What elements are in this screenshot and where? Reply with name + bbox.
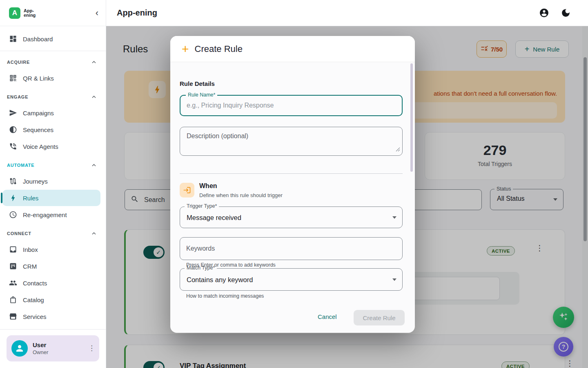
kanban-icon bbox=[9, 262, 17, 270]
when-heading: When bbox=[199, 182, 217, 190]
sidebar-item-label: CRM bbox=[23, 263, 37, 270]
sidebar-item-voice-agents[interactable]: Voice Agents bbox=[2, 138, 100, 155]
voice-icon bbox=[9, 142, 17, 150]
chevron-down-icon bbox=[392, 278, 396, 281]
store-icon bbox=[9, 312, 17, 321]
user-card[interactable]: User Owner ⋮ bbox=[7, 335, 99, 361]
trigger-login-icon bbox=[180, 183, 194, 197]
sidebar-item-catalog[interactable]: Catalog bbox=[2, 292, 100, 308]
brand-line2: ening bbox=[24, 13, 36, 18]
sidebar-header: A App- ening ‹ bbox=[0, 0, 106, 26]
app-screen: A App- ening ‹ DashboardACQUIREQR & Link… bbox=[0, 0, 588, 368]
chevron-up-icon bbox=[90, 93, 98, 101]
bolt-icon bbox=[9, 194, 17, 202]
sidebar-item-label: Re-engagement bbox=[23, 211, 67, 218]
keywords-input[interactable] bbox=[186, 238, 390, 260]
sidebar-item-crm[interactable]: CRM bbox=[2, 258, 100, 274]
sidebar-item-journeys[interactable]: Journeys bbox=[2, 173, 100, 189]
trigger-type-label: Trigger Type* bbox=[185, 203, 219, 209]
create-rule-modal: + Create Rule Rule Details Rule Name* De… bbox=[170, 36, 415, 333]
sidebar-item-label: Sequences bbox=[23, 126, 53, 133]
match-type-helper-text: How to match incoming messages bbox=[186, 293, 264, 299]
clock-icon bbox=[9, 211, 17, 219]
dark-mode-icon[interactable] bbox=[561, 8, 571, 18]
sidebar-item-dashboard[interactable]: Dashboard bbox=[2, 31, 100, 47]
sidebar-footer: User Owner ⋮ bbox=[0, 329, 106, 368]
app-logo: A bbox=[9, 7, 20, 19]
sidebar-section-engage[interactable]: ENGAGE bbox=[0, 90, 106, 104]
sidebar-item-qr-links[interactable]: QR & Links bbox=[2, 70, 100, 86]
sidebar-section-automate[interactable]: AUTOMATE bbox=[0, 158, 106, 173]
qr-icon bbox=[9, 74, 17, 82]
trigger-type-value: Message received bbox=[187, 213, 241, 221]
sidebar-section-acquire[interactable]: ACQUIRE bbox=[0, 55, 106, 70]
bag-icon bbox=[9, 296, 17, 304]
keywords-helper-text: Press Enter or comma to add keywords bbox=[186, 262, 276, 268]
user-name: User bbox=[33, 341, 48, 348]
sidebar-item-label: Catalog bbox=[23, 296, 44, 303]
match-type-value: Contains any keyword bbox=[187, 276, 253, 283]
brand-line1: App- bbox=[24, 9, 36, 13]
sidebar-item-label: Campaigns bbox=[23, 110, 54, 117]
user-role: Owner bbox=[33, 349, 48, 355]
dashboard-icon bbox=[9, 35, 17, 43]
trigger-type-select[interactable]: Trigger Type* Message received bbox=[180, 206, 403, 228]
sequences-icon bbox=[9, 126, 17, 134]
sidebar-item-campaigns[interactable]: Campaigns bbox=[2, 105, 100, 121]
match-type-select[interactable]: Match Type* Contains any keyword bbox=[180, 268, 403, 291]
sidebar-item-sequences[interactable]: Sequences bbox=[2, 121, 100, 138]
sidebar: A App- ening ‹ DashboardACQUIREQR & Link… bbox=[0, 0, 106, 368]
people-icon bbox=[9, 279, 17, 287]
description-label: Description (optional) bbox=[187, 132, 248, 140]
user-menu-icon[interactable]: ⋮ bbox=[88, 346, 95, 351]
sidebar-item-label: Contacts bbox=[23, 280, 47, 287]
inbox-icon bbox=[9, 245, 17, 254]
cancel-button[interactable]: Cancel bbox=[318, 313, 337, 320]
sidebar-item-label: Inbox bbox=[23, 246, 38, 253]
when-subtitle: Define when this rule should trigger bbox=[199, 192, 283, 198]
login-icon bbox=[183, 186, 191, 194]
sidebar-item-contacts[interactable]: Contacts bbox=[2, 275, 100, 291]
sidebar-item-label: Services bbox=[23, 313, 47, 320]
keywords-field[interactable] bbox=[180, 237, 403, 260]
chevron-up-icon bbox=[90, 230, 98, 237]
chevron-down-icon bbox=[392, 216, 396, 219]
rule-name-field[interactable]: Rule Name* bbox=[180, 95, 403, 116]
rule-details-heading: Rule Details bbox=[180, 80, 215, 87]
sidebar-nav: DashboardACQUIREQR & LinksENGAGECampaign… bbox=[0, 26, 106, 341]
sidebar-section-label: ACQUIRE bbox=[7, 60, 30, 65]
description-field[interactable]: Description (optional) bbox=[180, 127, 403, 156]
user-avatar-icon bbox=[11, 340, 28, 357]
user-meta: User Owner bbox=[33, 341, 48, 355]
account-icon[interactable] bbox=[539, 8, 549, 18]
sidebar-section-label: CONNECT bbox=[7, 231, 31, 236]
section-divider bbox=[180, 173, 403, 174]
sidebar-item-services[interactable]: Services bbox=[2, 308, 100, 325]
create-rule-button[interactable]: Create Rule bbox=[354, 310, 405, 325]
sidebar-item-re-engagement[interactable]: Re-engagement bbox=[2, 206, 100, 223]
route-icon bbox=[9, 177, 17, 185]
sidebar-item-label: QR & Links bbox=[23, 75, 54, 82]
topbar: App-ening bbox=[106, 0, 588, 26]
send-icon bbox=[9, 109, 17, 117]
sidebar-item-inbox[interactable]: Inbox bbox=[2, 241, 100, 258]
app-title: App-ening bbox=[117, 8, 157, 18]
resize-handle-icon[interactable] bbox=[396, 146, 400, 153]
chevron-up-icon bbox=[90, 162, 98, 169]
sidebar-item-label: Dashboard bbox=[23, 36, 53, 43]
plus-icon: + bbox=[182, 43, 189, 55]
rule-name-input[interactable] bbox=[187, 96, 395, 115]
modal-title: Create Rule bbox=[195, 44, 243, 54]
sidebar-section-label: AUTOMATE bbox=[7, 163, 34, 168]
sidebar-item-label: Journeys bbox=[23, 178, 48, 185]
sidebar-section-connect[interactable]: CONNECT bbox=[0, 226, 106, 241]
modal-body: Rule Details Rule Name* Description (opt… bbox=[170, 62, 415, 333]
sidebar-collapse-icon[interactable]: ‹ bbox=[96, 9, 98, 17]
brand-name: App- ening bbox=[24, 9, 36, 18]
sidebar-divider bbox=[0, 51, 106, 51]
sidebar-item-label: Voice Agents bbox=[23, 143, 58, 150]
sidebar-item-rules[interactable]: Rules bbox=[2, 190, 100, 206]
chevron-up-icon bbox=[90, 58, 98, 66]
sidebar-item-label: Rules bbox=[23, 195, 38, 202]
modal-scrollbar-thumb[interactable] bbox=[410, 63, 413, 172]
